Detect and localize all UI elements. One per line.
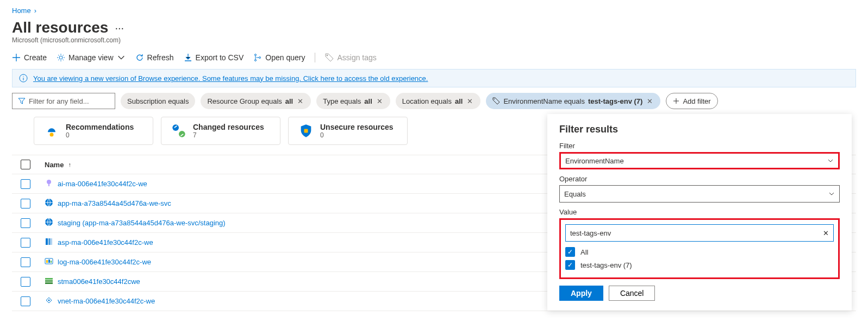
row-checkbox[interactable] bbox=[21, 218, 30, 228]
resource-icon bbox=[45, 296, 53, 306]
value-input[interactable]: test-tags-env ✕ bbox=[565, 224, 834, 242]
changed-icon bbox=[171, 123, 186, 138]
close-icon[interactable]: ✕ bbox=[646, 97, 654, 105]
svg-point-2 bbox=[255, 60, 257, 61]
svg-point-3 bbox=[259, 57, 261, 59]
svg-rect-22 bbox=[45, 278, 53, 280]
create-button[interactable]: Create bbox=[12, 53, 47, 62]
svg-point-8 bbox=[172, 124, 179, 131]
resource-icon bbox=[45, 218, 53, 228]
download-icon bbox=[184, 53, 192, 62]
add-filter-button[interactable]: Add filter bbox=[666, 93, 717, 109]
resource-link[interactable]: app-ma-a73a8544a45d476a-we-svc bbox=[58, 199, 171, 207]
refresh-icon bbox=[135, 53, 144, 62]
row-checkbox[interactable] bbox=[21, 199, 30, 208]
svg-point-6 bbox=[494, 99, 495, 100]
resource-link[interactable]: vnet-ma-006e41fe30c44f2c-we bbox=[58, 297, 155, 305]
svg-point-1 bbox=[255, 54, 257, 56]
plus-icon bbox=[12, 53, 21, 62]
row-checkbox[interactable] bbox=[21, 257, 30, 267]
resource-icon bbox=[45, 276, 53, 287]
operator-select[interactable]: Equals bbox=[559, 185, 840, 203]
chevron-down-icon bbox=[827, 157, 834, 164]
value-label: Value bbox=[559, 208, 840, 216]
checkbox-checked-icon: ✓ bbox=[565, 260, 575, 270]
value-option-all[interactable]: ✓ All bbox=[565, 247, 834, 257]
pill-environment-name[interactable]: EnvironmentName equals test-tags-env (7)… bbox=[486, 93, 660, 109]
separator bbox=[315, 53, 315, 62]
tenant-label: Microsoft (microsoft.onmicrosoft.com) bbox=[12, 36, 856, 44]
pill-resource-group[interactable]: Resource Group equals all✕ bbox=[201, 93, 311, 109]
cancel-button[interactable]: Cancel bbox=[609, 286, 655, 301]
recommendations-icon bbox=[44, 123, 59, 138]
filter-row: Filter for any field... Subscription equ… bbox=[12, 93, 856, 109]
resource-icon bbox=[45, 237, 53, 248]
operator-label: Operator bbox=[559, 175, 840, 183]
filter-results-popout: Filter results Filter EnvironmentName Op… bbox=[547, 114, 852, 311]
filter-text-input[interactable]: Filter for any field... bbox=[12, 93, 115, 109]
info-icon bbox=[19, 74, 28, 83]
tag-icon bbox=[325, 53, 334, 62]
svg-rect-23 bbox=[45, 280, 53, 282]
resource-link[interactable]: staging (app-ma-a73a8544a45d476a-we-svc/… bbox=[58, 219, 226, 227]
close-icon[interactable]: ✕ bbox=[376, 97, 384, 105]
page-title: All resources bbox=[12, 19, 108, 36]
export-csv-button[interactable]: Export to CSV bbox=[184, 53, 244, 62]
card-recommendations[interactable]: Recommendations0 bbox=[34, 117, 153, 145]
checkbox-checked-icon: ✓ bbox=[565, 247, 575, 257]
svg-point-9 bbox=[179, 131, 185, 137]
resource-icon bbox=[45, 257, 53, 267]
resource-icon bbox=[45, 179, 53, 189]
pill-type[interactable]: Type equals all✕ bbox=[316, 93, 390, 109]
close-icon[interactable]: ✕ bbox=[466, 97, 474, 105]
row-checkbox[interactable] bbox=[21, 296, 30, 306]
svg-rect-12 bbox=[48, 184, 49, 186]
pill-subscription[interactable]: Subscription equals bbox=[121, 93, 195, 109]
card-unsecure[interactable]: Unsecure resources0 bbox=[288, 117, 408, 145]
resource-icon bbox=[45, 198, 53, 208]
row-checkbox[interactable] bbox=[21, 277, 30, 287]
refresh-button[interactable]: Refresh bbox=[135, 53, 174, 62]
sort-asc-icon: ↑ bbox=[68, 161, 71, 168]
svg-point-4 bbox=[327, 55, 328, 56]
branch-icon bbox=[253, 53, 262, 62]
chevron-right-icon: › bbox=[34, 7, 36, 15]
resource-link[interactable]: log-ma-006e41fe30c44f2c-we bbox=[58, 258, 151, 266]
plus-icon bbox=[673, 98, 679, 104]
resource-link[interactable]: asp-ma-006e41fe30c44f2c-we bbox=[58, 238, 153, 246]
card-changed[interactable]: Changed resources7 bbox=[161, 117, 280, 145]
svg-rect-21 bbox=[51, 261, 52, 263]
svg-point-7 bbox=[50, 133, 54, 137]
manage-view-button[interactable]: Manage view bbox=[57, 53, 126, 62]
svg-rect-19 bbox=[46, 260, 48, 263]
open-query-button[interactable]: Open query bbox=[253, 53, 305, 62]
select-all-checkbox[interactable] bbox=[21, 160, 30, 169]
resource-link[interactable]: ai-ma-006e41fe30c44f2c-we bbox=[58, 180, 147, 188]
breadcrumb-home[interactable]: Home bbox=[12, 7, 31, 15]
row-checkbox[interactable] bbox=[21, 238, 30, 248]
svg-point-25 bbox=[48, 300, 50, 301]
svg-rect-10 bbox=[304, 129, 308, 133]
svg-rect-16 bbox=[48, 238, 51, 245]
unsecure-icon bbox=[298, 123, 314, 138]
svg-point-11 bbox=[47, 180, 51, 184]
close-icon[interactable]: ✕ bbox=[296, 97, 304, 105]
tag-icon bbox=[492, 97, 500, 105]
filter-select[interactable]: EnvironmentName bbox=[559, 152, 840, 169]
row-checkbox[interactable] bbox=[21, 179, 30, 189]
value-option-env[interactable]: ✓ test-tags-env (7) bbox=[565, 260, 834, 270]
popout-title: Filter results bbox=[559, 124, 840, 135]
svg-rect-17 bbox=[51, 238, 52, 245]
clear-icon[interactable]: ✕ bbox=[823, 229, 829, 237]
svg-rect-15 bbox=[46, 238, 48, 245]
filter-icon bbox=[18, 97, 26, 105]
breadcrumb: Home › bbox=[12, 7, 856, 15]
svg-rect-20 bbox=[48, 260, 50, 263]
apply-button[interactable]: Apply bbox=[559, 286, 603, 301]
info-bar-link[interactable]: You are viewing a new version of Browse … bbox=[33, 74, 428, 83]
more-icon[interactable]: ··· bbox=[113, 22, 126, 34]
svg-point-0 bbox=[59, 56, 63, 59]
resource-link[interactable]: stma006e41fe30c44f2cwe bbox=[58, 277, 140, 286]
pill-location[interactable]: Location equals all✕ bbox=[396, 93, 481, 109]
svg-rect-24 bbox=[45, 282, 53, 284]
